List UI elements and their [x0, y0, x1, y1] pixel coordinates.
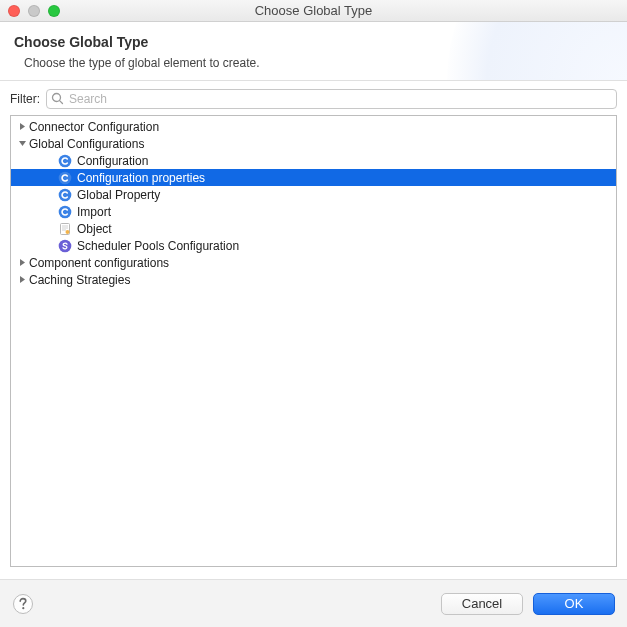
search-input[interactable]: [46, 89, 617, 109]
tree-item-label: Caching Strategies: [29, 273, 130, 287]
type-tree[interactable]: Connector ConfigurationGlobal Configurat…: [10, 115, 617, 567]
chevron-right-icon[interactable]: [17, 275, 27, 284]
tree-item[interactable]: Scheduler Pools Configuration: [11, 237, 616, 254]
window-title: Choose Global Type: [255, 3, 373, 18]
filter-row: Filter:: [0, 81, 627, 115]
ok-button[interactable]: OK: [533, 593, 615, 615]
close-window-button[interactable]: [8, 5, 20, 17]
tree-item-label: Configuration properties: [77, 171, 205, 185]
tree-item-label: Global Property: [77, 188, 160, 202]
svg-marker-2: [20, 123, 25, 130]
svg-point-17: [22, 607, 24, 609]
svg-point-12: [66, 230, 70, 234]
chevron-right-icon[interactable]: [17, 122, 27, 131]
circle-c-blue-icon: [57, 187, 73, 203]
svg-rect-9: [62, 225, 68, 226]
minimize-window-button[interactable]: [28, 5, 40, 17]
dialog-footer: Cancel OK: [0, 579, 627, 627]
tree-item-label: Connector Configuration: [29, 120, 159, 134]
svg-point-7: [59, 205, 72, 218]
svg-point-4: [59, 154, 72, 167]
chevron-right-icon[interactable]: [17, 258, 27, 267]
tree-item-label: Global Configurations: [29, 137, 144, 151]
tree-item[interactable]: Global Property: [11, 186, 616, 203]
header-decorative-arc: [447, 22, 627, 81]
tree-item[interactable]: Global Configurations: [11, 135, 616, 152]
tree-item[interactable]: Object: [11, 220, 616, 237]
circle-c-blue-icon: [57, 204, 73, 220]
filter-label: Filter:: [10, 92, 40, 106]
svg-marker-3: [19, 141, 26, 146]
tree-item-label: Object: [77, 222, 112, 236]
tree-item[interactable]: Configuration properties: [11, 169, 616, 186]
tree-item-label: Component configurations: [29, 256, 169, 270]
cancel-button[interactable]: Cancel: [441, 593, 523, 615]
circle-c-blue-icon: [57, 153, 73, 169]
chevron-down-icon[interactable]: [17, 139, 27, 148]
tree-item-label: Configuration: [77, 154, 148, 168]
help-icon[interactable]: [12, 593, 34, 615]
zoom-window-button[interactable]: [48, 5, 60, 17]
svg-point-5: [59, 171, 72, 184]
svg-line-1: [60, 101, 63, 104]
tree-item[interactable]: Connector Configuration: [11, 118, 616, 135]
object-doc-icon: [57, 221, 73, 237]
tree-item[interactable]: Caching Strategies: [11, 271, 616, 288]
window-titlebar: Choose Global Type: [0, 0, 627, 22]
svg-point-6: [59, 188, 72, 201]
svg-marker-14: [20, 259, 25, 266]
svg-rect-11: [62, 229, 66, 230]
search-icon: [51, 92, 64, 108]
traffic-lights: [8, 5, 60, 17]
tree-item-label: Scheduler Pools Configuration: [77, 239, 239, 253]
tree-item[interactable]: Import: [11, 203, 616, 220]
tree-item[interactable]: Configuration: [11, 152, 616, 169]
svg-marker-15: [20, 276, 25, 283]
search-input-wrapper: [46, 89, 617, 109]
dialog-heading: Choose Global Type: [14, 34, 613, 50]
circle-s-purple-icon: [57, 238, 73, 254]
dialog-header: Choose Global Type Choose the type of gl…: [0, 22, 627, 81]
svg-rect-10: [62, 227, 68, 228]
tree-item[interactable]: Component configurations: [11, 254, 616, 271]
dialog-subheading: Choose the type of global element to cre…: [24, 56, 613, 70]
tree-item-label: Import: [77, 205, 111, 219]
circle-c-blue-icon: [57, 170, 73, 186]
